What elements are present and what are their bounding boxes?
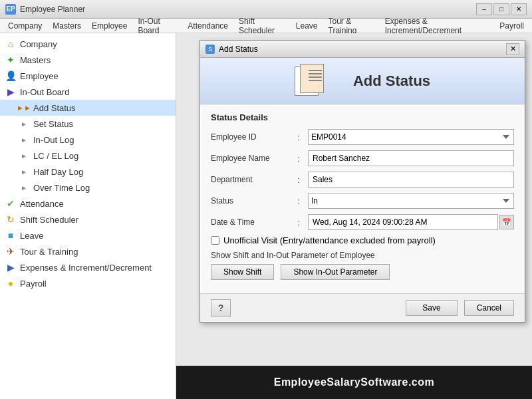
doc-lines [309,70,322,81]
menu-company[interactable]: Company [3,20,47,32]
doc-line-1 [309,70,322,71]
expenses-icon: ▶ [5,262,16,273]
close-button[interactable]: ✕ [511,3,527,15]
inout-icon: ▶ [5,86,16,97]
doc-line-2 [309,73,322,74]
sidebar-item-lc-el-log[interactable]: ► LC / EL Log [0,148,176,164]
sidebar-item-masters[interactable]: ✦ Masters [0,52,176,68]
leave-icon: ■ [5,230,16,241]
save-button[interactable]: Save [406,300,457,316]
department-input[interactable] [308,172,514,188]
employee-id-select[interactable]: EMP0014 [308,129,514,145]
employee-name-input[interactable] [308,150,514,166]
sidebar-label-expenses: Expenses & Increment/Decrement [20,263,152,273]
status-row: Status : In [211,193,514,209]
sidebar-label-payroll: Payroll [20,279,47,289]
sidebar-label-attendance: Attendance [20,199,64,209]
sidebar-label-employee: Employee [20,71,59,81]
dialog-title-bar: S Add Status ✕ [200,41,525,58]
datetime-input[interactable] [308,214,498,230]
sidebar-label-leave: Leave [20,231,43,241]
sidebar-label-inout: In-Out Board [20,87,69,97]
minimize-button[interactable]: – [476,3,492,15]
dialog-footer: ? Save Cancel [200,293,525,322]
dialog-title-text: Add Status [219,45,258,54]
dialog-icon: S [205,45,215,54]
show-shift-button[interactable]: Show Shift [211,264,274,280]
dialog-header: Add Status [200,58,525,104]
app-icon: EP [5,4,16,15]
sidebar-item-payroll[interactable]: ● Payroll [0,275,176,291]
content-area: S Add Status ✕ [176,33,532,399]
sidebar-label-tour-training: Tour & Training [20,247,78,257]
status-label: Status [211,196,297,205]
datetime-label: Date & Time [211,217,297,227]
employee-name-label: Employee Name [211,154,297,163]
doc-page-front [300,64,324,93]
maximize-button[interactable]: □ [493,3,509,15]
shift-section-label: Show Shift and In-Out Parameter of Emplo… [211,251,514,260]
department-control [308,172,514,188]
status-control: In [308,193,514,209]
datetime-row: Date & Time : 📅 [211,214,514,230]
sidebar-item-employee[interactable]: 👤 Employee [0,68,176,84]
sidebar-item-leave[interactable]: ■ Leave [0,227,176,243]
sidebar-label-shift: Shift Scheduler [20,215,78,225]
calendar-button[interactable]: 📅 [499,215,514,229]
employee-name-colon: : [297,154,308,164]
sidebar-item-tour-training[interactable]: ✈ Tour & Training [0,243,176,259]
app-title: Employee Planner [20,5,85,14]
payroll-icon: ● [5,278,16,289]
sidebar-label-over-time-log: Over Time Log [33,183,90,193]
sidebar-item-shift[interactable]: ↻ Shift Scheduler [0,211,176,227]
masters-icon: ✦ [5,55,16,65]
cancel-button[interactable]: Cancel [464,300,514,316]
employee-name-control [308,150,514,166]
show-inout-parameter-button[interactable]: Show In-Out Parameter [281,264,390,280]
unofficial-visit-checkbox[interactable] [211,236,219,245]
sidebar-item-inout[interactable]: ▶ In-Out Board [0,84,176,100]
status-select[interactable]: In [308,193,514,209]
sidebar-label-add-status: Add Status [33,103,76,113]
help-button[interactable]: ? [211,299,231,317]
menu-leave[interactable]: Leave [291,20,323,32]
inout-log-icon: ► [19,134,29,145]
employee-icon: 👤 [5,70,16,81]
menu-employee[interactable]: Employee [86,20,132,32]
add-status-icon: ►► [19,102,29,113]
sidebar-label-inout-log: In-Out Log [33,135,74,145]
sidebar-item-half-day-log[interactable]: ► Half Day Log [0,164,176,180]
sidebar-item-add-status[interactable]: ►► Add Status [0,100,176,116]
sidebar-item-set-status[interactable]: ► Set Status [0,116,176,132]
attendance-icon: ✔ [5,198,16,209]
half-day-log-icon: ► [19,166,29,177]
footer-text: EmployeeSalarySoftware.com [274,376,435,388]
employee-name-row: Employee Name : [211,150,514,166]
sidebar-item-company[interactable]: ⌂ Company [0,36,176,52]
window-controls: – □ ✕ [476,3,527,15]
menu-masters[interactable]: Masters [47,20,86,32]
doc-line-4 [309,80,322,81]
sidebar-item-attendance[interactable]: ✔ Attendance [0,196,176,211]
dialog-overlay: S Add Status ✕ [176,33,532,366]
dialog-header-image [295,64,327,98]
sidebar-label-company: Company [20,39,57,49]
sidebar-item-expenses[interactable]: ▶ Expenses & Increment/Decrement [0,259,176,275]
sidebar-label-set-status: Set Status [33,119,73,129]
employee-id-colon: : [297,132,308,142]
set-status-icon: ► [19,118,29,129]
sidebar-item-over-time-log[interactable]: ► Over Time Log [0,180,176,196]
dialog-title-left: S Add Status [205,45,258,54]
menu-attendance[interactable]: Attendance [182,20,233,32]
dialog-close-button[interactable]: ✕ [506,43,519,55]
sidebar: ⌂ Company ✦ Masters 👤 Employee ▶ In-Out … [0,33,176,399]
employee-id-label: Employee ID [211,132,297,142]
menu-payroll[interactable]: Payroll [494,20,529,32]
add-status-dialog: S Add Status ✕ [200,40,525,323]
sidebar-item-inout-log[interactable]: ► In-Out Log [0,132,176,148]
department-label: Department [211,175,297,184]
unofficial-visit-label: Unofficial Visit (Entry/attendance exclu… [223,235,436,245]
tour-icon: ✈ [5,246,16,257]
unofficial-visit-row: Unofficial Visit (Entry/attendance exclu… [211,235,514,245]
employee-id-row: Employee ID : EMP0014 [211,129,514,145]
